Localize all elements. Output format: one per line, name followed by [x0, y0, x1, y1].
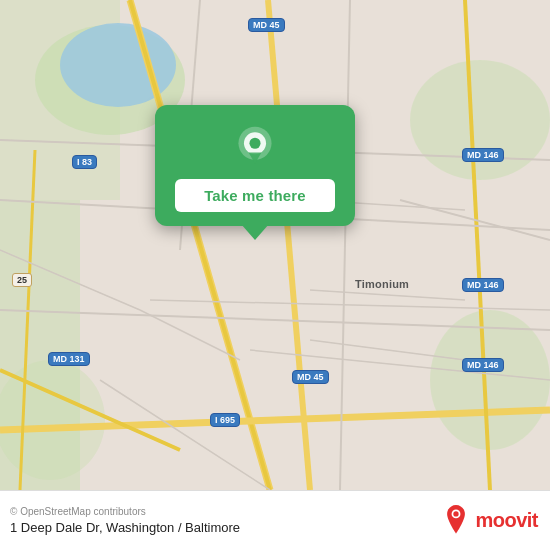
road-badge-md131: MD 131 — [48, 352, 90, 366]
svg-point-34 — [454, 511, 459, 516]
svg-point-4 — [410, 60, 550, 180]
take-me-there-button[interactable]: Take me there — [175, 179, 335, 212]
address-text: 1 Deep Dale Dr, Washington / Baltimore — [10, 520, 240, 535]
svg-point-5 — [430, 310, 550, 450]
road-badge-md146-top: MD 146 — [462, 148, 504, 162]
map-container: MD 45 MD 45 MD 45 I 83 MD 146 MD 146 MD … — [0, 0, 550, 490]
svg-point-31 — [249, 138, 260, 149]
road-badge-rt25: 25 — [12, 273, 32, 287]
road-badge-md45-bot: MD 45 — [292, 370, 329, 384]
place-label-timonium: Timonium — [355, 278, 409, 290]
road-badge-md45-top: MD 45 — [248, 18, 285, 32]
location-pin-icon — [232, 123, 278, 169]
popup-card[interactable]: Take me there — [155, 105, 355, 226]
road-badge-md146-mid: MD 146 — [462, 278, 504, 292]
copyright-text: © OpenStreetMap contributors — [10, 506, 240, 517]
moovit-logo[interactable]: moovit — [442, 505, 538, 537]
road-badge-i695: I 695 — [210, 413, 240, 427]
footer-bar: © OpenStreetMap contributors 1 Deep Dale… — [0, 490, 550, 550]
road-badge-md146-bot: MD 146 — [462, 358, 504, 372]
moovit-wordmark: moovit — [475, 509, 538, 532]
moovit-pin-icon — [442, 505, 470, 537]
road-badge-i83: I 83 — [72, 155, 97, 169]
footer-left: © OpenStreetMap contributors 1 Deep Dale… — [10, 506, 240, 535]
map-svg — [0, 0, 550, 490]
